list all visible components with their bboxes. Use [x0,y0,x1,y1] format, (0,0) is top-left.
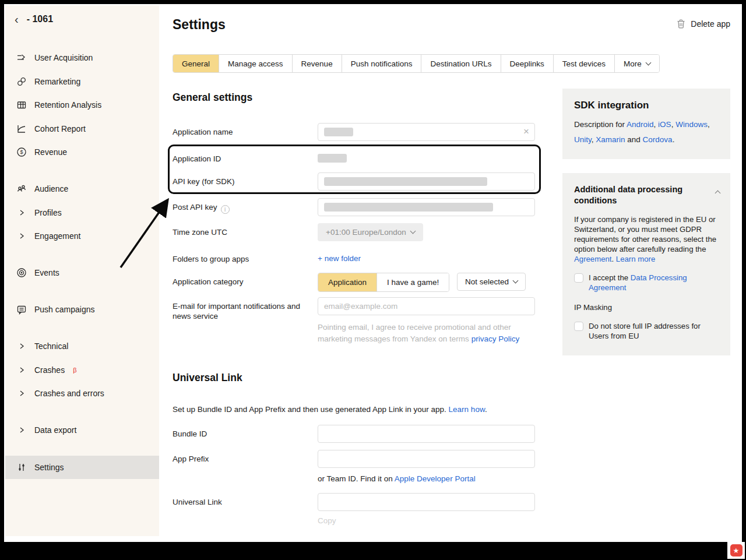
sidebar-item-crashes[interactable]: Crashes β [5,358,159,382]
email-input[interactable] [318,297,535,315]
sidebar-item-settings[interactable]: Settings [5,456,159,479]
time-zone-row: Time zone UTC +01:00 Europe/London [173,223,555,241]
general-settings-heading: General settings [173,91,252,104]
universal-link-input[interactable] [318,493,535,511]
tab-more[interactable]: More [614,55,659,72]
sdk-panel-description: Description for Android, iOS, Windows, U… [574,117,719,147]
copy-button[interactable]: Copy [318,515,336,527]
unity-link[interactable]: Unity [574,135,592,144]
universal-link-description: Set up Bundle ID and App Prefix and then… [173,404,555,415]
sidebar-item-engagement[interactable]: Engagement [5,224,159,248]
star-icon[interactable]: ★ [730,544,743,557]
category-dropdown-value: Not selected [465,277,509,286]
new-folder-link[interactable]: + new folder [318,254,361,263]
application-name-input[interactable]: × [318,123,535,141]
back-button[interactable]: ‹ - 1061 [15,13,53,25]
category-option-game[interactable]: I have a game! [376,273,449,291]
app-prefix-input[interactable] [318,450,535,468]
tab-test-devices[interactable]: Test devices [553,55,614,72]
sidebar-item-push-campaigns[interactable]: Push campaigns [5,298,159,321]
tab-revenue[interactable]: Revenue [292,55,342,72]
sidebar-item-label: Audience [34,184,68,193]
universal-link-heading: Universal Link [173,372,242,384]
sidebar-item-profiles[interactable]: Profiles [5,201,159,224]
user-acquisition-icon [15,52,28,63]
cordova-link[interactable]: Cordova [643,135,673,144]
sidebar-item-crashes-and-errors[interactable]: Crashes and errors [5,382,159,405]
accept-agreement-checkbox[interactable] [574,273,583,283]
post-api-key-input[interactable] [318,198,535,216]
audience-icon [15,184,28,194]
sidebar-item-events[interactable]: Events [5,261,159,284]
chevron-down-icon [513,278,519,284]
sidebar-item-label: Cohort Report [34,124,86,133]
xamarin-link[interactable]: Xamarin [596,135,625,144]
sidebar: ‹ - 1061 User Acquisition Remarketing Re… [5,5,159,536]
sidebar-item-data-export[interactable]: Data export [5,418,159,442]
remarketing-icon [15,76,28,87]
accept-agreement-row: I accept the Data Processing Agreement [574,273,719,293]
chevron-right-icon [15,231,28,241]
android-link[interactable]: Android [627,120,654,129]
chevron-right-icon [15,207,28,218]
bundle-id-input[interactable] [318,425,535,443]
folders-row: Folders to group apps + new folder [173,252,555,264]
learn-how-link[interactable]: Learn how [449,405,485,414]
sidebar-item-label: Push campaigns [34,305,95,314]
sidebar-item-label: Profiles [34,208,62,217]
info-icon[interactable]: i [221,205,230,214]
tab-general[interactable]: General [173,55,219,72]
redacted-value [324,177,487,186]
sidebar-item-retention-analysis[interactable]: Retention Analysis [5,93,159,117]
accept-agreement-label: I accept the Data Processing Agreement [589,273,719,293]
sidebar-item-user-acquisition[interactable]: User Acquisition [5,46,159,69]
post-api-key-label: Post API keyi [173,202,315,214]
push-campaigns-icon [15,304,28,315]
ios-link[interactable]: iOS [658,120,671,129]
app-prefix-row: App Prefix or Team ID. Find it on Apple … [173,450,555,491]
api-key-input[interactable] [318,172,535,191]
settings-tabbar: General Manage access Revenue Push notif… [173,54,660,73]
application-category-row: Application category Application I have … [173,273,555,291]
category-option-application[interactable]: Application [318,273,376,291]
redacted-value [318,154,347,163]
tab-destination-urls[interactable]: Destination URLs [421,55,500,72]
sidebar-item-label: Remarketing [34,77,80,86]
sdk-panel-title: SDK integration [574,100,719,111]
chevron-right-icon [15,425,28,435]
email-consent-note: Pointing email, I agree to receive promo… [318,322,530,345]
tab-deeplinks[interactable]: Deeplinks [501,55,553,72]
sidebar-item-technical[interactable]: Technical [5,334,159,358]
gdpr-body: If your company is registered in the EU … [574,214,719,264]
sidebar-item-audience[interactable]: Audience [5,177,159,200]
learn-more-link[interactable]: Learn more [616,255,655,263]
ip-masking-checkbox[interactable] [574,322,583,331]
back-chevron-icon: ‹ [15,13,19,25]
chevron-right-icon [15,365,28,375]
apple-developer-portal-link[interactable]: Apple Developer Portal [395,474,476,483]
api-key-label: API key (for SDK) [173,177,315,186]
sidebar-item-cohort-report[interactable]: Cohort Report [5,117,159,140]
sidebar-item-remarketing[interactable]: Remarketing [5,70,159,93]
clear-icon[interactable]: × [523,126,529,136]
sidebar-item-label: Data export [34,425,76,435]
collapse-chevron-icon[interactable] [715,191,721,196]
tab-manage-access[interactable]: Manage access [219,55,292,72]
application-name-label: Application name [173,127,315,137]
delete-app-button[interactable]: Delete app [676,19,730,29]
category-dropdown[interactable]: Not selected [457,273,526,291]
sidebar-item-revenue[interactable]: $ Revenue [5,140,159,164]
time-zone-select[interactable]: +01:00 Europe/London [318,223,423,241]
category-segmented-control: Application I have a game! [318,273,449,292]
email-label: E-mail for important notifications and n… [173,301,315,321]
application-name-row: Application name × [173,123,555,141]
chevron-down-icon [410,228,416,234]
app-prefix-label: App Prefix [173,454,315,464]
windows-link[interactable]: Windows [675,120,708,129]
tab-push-notifications[interactable]: Push notifications [342,55,421,72]
app-id-label: - 1061 [27,14,53,24]
privacy-policy-link[interactable]: privacy Policy [471,334,520,343]
agreement-link[interactable]: Agreement [574,255,612,263]
app-window: ‹ - 1061 User Acquisition Remarketing Re… [4,4,742,542]
tab-more-label: More [624,59,642,68]
